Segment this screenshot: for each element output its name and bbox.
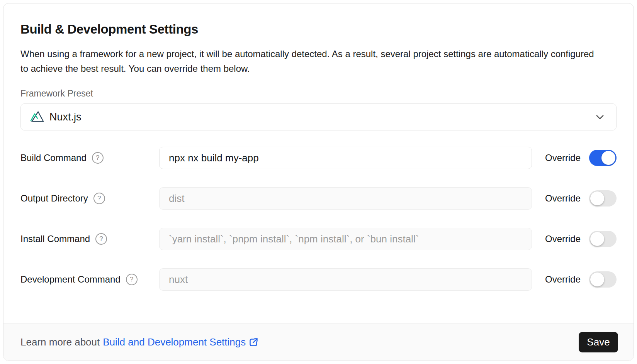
help-icon[interactable]: ? bbox=[93, 193, 105, 204]
card-footer: Learn more about Build and Development S… bbox=[3, 323, 634, 361]
save-button[interactable]: Save bbox=[579, 332, 618, 352]
toggle-knob bbox=[590, 232, 604, 246]
development-command-input bbox=[159, 268, 532, 291]
override-label: Override bbox=[545, 152, 581, 163]
development-command-override: Override bbox=[532, 271, 617, 288]
build-settings-card: Build & Development Settings When using … bbox=[3, 3, 634, 361]
toggle-knob bbox=[590, 273, 604, 286]
build-command-input[interactable] bbox=[159, 147, 532, 169]
chevron-down-icon bbox=[595, 112, 605, 122]
install-command-label: Install Command bbox=[20, 234, 90, 244]
nuxt-logo-icon bbox=[30, 110, 44, 124]
build-command-override-toggle[interactable] bbox=[589, 150, 617, 166]
install-command-override-toggle[interactable] bbox=[589, 231, 617, 247]
framework-preset-value: Nuxt.js bbox=[49, 111, 82, 123]
external-link-icon bbox=[248, 337, 259, 347]
help-icon[interactable]: ? bbox=[126, 274, 138, 285]
page-title: Build & Development Settings bbox=[20, 22, 617, 37]
settings-rows: Build Command ? Override Output Director… bbox=[20, 147, 617, 291]
output-directory-label-group: Output Directory ? bbox=[20, 193, 159, 204]
output-directory-input bbox=[159, 187, 532, 210]
build-settings-docs-link[interactable]: Build and Development Settings bbox=[103, 336, 259, 348]
card-main: Build & Development Settings When using … bbox=[3, 3, 634, 323]
build-command-row: Build Command ? Override bbox=[20, 147, 617, 169]
toggle-knob bbox=[601, 151, 615, 165]
development-command-override-toggle[interactable] bbox=[589, 271, 617, 288]
install-command-input bbox=[159, 228, 532, 250]
install-command-row: Install Command ? Override bbox=[20, 228, 617, 250]
build-command-label: Build Command bbox=[20, 152, 87, 163]
learn-more-prefix: Learn more about bbox=[20, 336, 100, 348]
development-command-row: Development Command ? Override bbox=[20, 268, 617, 291]
install-command-label-group: Install Command ? bbox=[20, 233, 159, 245]
output-directory-row: Output Directory ? Override bbox=[20, 187, 617, 210]
framework-preset-select[interactable]: Nuxt.js bbox=[20, 103, 617, 130]
help-icon[interactable]: ? bbox=[95, 233, 107, 245]
build-command-override: Override bbox=[532, 150, 617, 166]
override-label: Override bbox=[545, 274, 581, 285]
learn-more-text: Learn more about Build and Development S… bbox=[20, 336, 259, 348]
help-icon[interactable]: ? bbox=[92, 152, 104, 164]
install-command-override: Override bbox=[532, 231, 617, 247]
output-directory-label: Output Directory bbox=[20, 193, 88, 204]
build-command-label-group: Build Command ? bbox=[20, 152, 159, 164]
toggle-knob bbox=[590, 191, 604, 205]
output-directory-override-toggle[interactable] bbox=[589, 190, 617, 207]
development-command-label-group: Development Command ? bbox=[20, 274, 159, 285]
override-label: Override bbox=[545, 193, 581, 204]
link-text: Build and Development Settings bbox=[103, 336, 246, 348]
output-directory-override: Override bbox=[532, 190, 617, 207]
framework-preset-label: Framework Preset bbox=[20, 88, 617, 99]
section-description: When using a framework for a new project… bbox=[20, 47, 600, 76]
override-label: Override bbox=[545, 234, 581, 244]
development-command-label: Development Command bbox=[20, 274, 121, 285]
